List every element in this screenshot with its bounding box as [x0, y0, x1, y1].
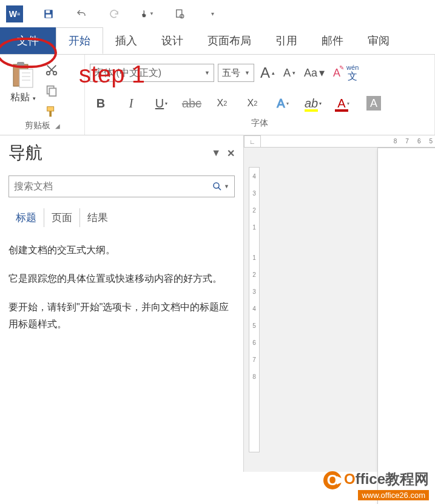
nav-tab-pages[interactable]: 页面	[44, 208, 80, 227]
phonetic-guide-button[interactable]: wén文	[346, 64, 359, 82]
nav-text-3: 要开始，请转到"开始"选项卡，并向文档中的标题应用标题样式。	[8, 299, 235, 334]
nav-dropdown-icon[interactable]: ▼	[211, 148, 221, 159]
format-painter-icon[interactable]	[45, 104, 58, 118]
svg-rect-15	[47, 107, 54, 111]
nav-close-icon[interactable]: ✕	[227, 148, 235, 159]
title-bar: W≡ ▼ ▾	[0, 0, 435, 27]
touch-mode-icon[interactable]: ▼	[140, 7, 154, 21]
font-name-combo[interactable]: 宋体 (中文正文)▼	[90, 64, 214, 82]
change-case-button[interactable]: Aa▾	[302, 65, 327, 81]
tab-home[interactable]: 开始	[56, 27, 103, 54]
svg-rect-1	[46, 10, 50, 13]
word-app-icon: W≡	[6, 5, 23, 22]
font-group-label: 字体	[251, 118, 268, 129]
document-page[interactable]	[377, 148, 435, 504]
customize-qat-icon[interactable]: ▾	[205, 7, 220, 21]
content-area: 导航 ▼ ✕ ▼ 标题 页面 结果 创建文档的交互式大纲。 它是跟踪您的具体位置…	[0, 135, 435, 472]
ribbon-body: 粘贴 ▾ 剪贴板 ◢ 宋体 (中文正文)▼ 五号▼ A▴ A▾ Aa▾ A✎	[0, 55, 435, 135]
subscript-button[interactable]: X2	[212, 98, 232, 109]
bold-button[interactable]: B	[91, 97, 110, 111]
tab-review[interactable]: 审阅	[356, 27, 402, 54]
svg-rect-16	[49, 111, 52, 117]
italic-button[interactable]: I	[121, 97, 141, 111]
tab-references[interactable]: 引用	[263, 27, 309, 54]
print-preview-icon[interactable]	[172, 7, 187, 21]
tab-file[interactable]: 文件	[0, 27, 56, 54]
paste-button[interactable]: 粘贴 ▾	[5, 58, 41, 118]
search-button[interactable]: ▼	[212, 181, 229, 192]
group-font: 宋体 (中文正文)▼ 五号▼ A▴ A▾ Aa▾ A✎ wén文 B I U▾ …	[85, 55, 435, 135]
clipboard-dialog-launcher-icon[interactable]: ◢	[55, 123, 60, 129]
nav-text-1: 创建文档的交互式大纲。	[8, 242, 235, 259]
svg-rect-3	[177, 10, 182, 17]
redo-icon[interactable]	[107, 7, 121, 21]
svg-rect-14	[49, 88, 56, 96]
highlight-button[interactable]: ab▾	[303, 97, 323, 111]
font-size-combo[interactable]: 五号▼	[218, 64, 254, 82]
nav-tab-results[interactable]: 结果	[80, 208, 115, 227]
text-effects-button[interactable]: A▾	[273, 97, 292, 111]
char-shading-button[interactable]: A	[364, 96, 383, 111]
tab-design[interactable]: 设计	[149, 27, 195, 54]
ruler-corner-icon[interactable]: ∟	[244, 135, 261, 148]
ribbon-tabs: 文件 开始 插入 设计 页面布局 引用 邮件 审阅	[0, 27, 435, 55]
group-clipboard: 粘贴 ▾ 剪贴板 ◢	[0, 55, 85, 135]
nav-text-2: 它是跟踪您的具体位置或快速移动内容的好方式。	[8, 270, 235, 288]
undo-icon[interactable]	[74, 7, 89, 21]
nav-body: 创建文档的交互式大纲。 它是跟踪您的具体位置或快速移动内容的好方式。 要开始，请…	[8, 242, 235, 333]
nav-tab-headings[interactable]: 标题	[8, 208, 44, 227]
ruler-vertical[interactable]: 4 3 2 1 1 2 3 4 5 6 7 8	[249, 167, 260, 452]
svg-rect-2	[46, 14, 52, 17]
svg-rect-7	[19, 69, 33, 87]
strikethrough-button[interactable]: abc	[182, 97, 201, 111]
clipboard-group-label: 剪贴板	[25, 120, 50, 131]
tab-insert[interactable]: 插入	[103, 27, 149, 54]
font-color-button[interactable]: A▾	[334, 97, 353, 111]
tab-mail[interactable]: 邮件	[309, 27, 356, 54]
superscript-button[interactable]: X2	[243, 98, 262, 109]
tab-layout[interactable]: 页面布局	[195, 27, 263, 54]
cut-icon[interactable]	[45, 63, 58, 77]
navigation-pane: 导航 ▼ ✕ ▼ 标题 页面 结果 创建文档的交互式大纲。 它是跟踪您的具体位置…	[0, 135, 244, 472]
save-icon[interactable]	[41, 7, 56, 21]
svg-line-18	[218, 188, 221, 191]
watermark-url: www.office26.com	[358, 490, 429, 500]
copy-icon[interactable]	[45, 84, 58, 97]
watermark: OOOffice教程网ffice教程网 www.office26.com	[323, 469, 429, 500]
svg-rect-6	[17, 62, 24, 67]
underline-button[interactable]: U▾	[152, 97, 171, 111]
ruler-horizontal[interactable]: 8 7 6 5	[261, 135, 435, 148]
grow-font-button[interactable]: A▴	[258, 63, 277, 83]
nav-tabs: 标题 页面 结果	[8, 208, 235, 227]
navigation-title: 导航	[8, 141, 42, 165]
shrink-font-button[interactable]: A▾	[281, 66, 298, 81]
clear-format-button[interactable]: A✎	[331, 66, 343, 81]
search-box[interactable]: ▼	[8, 175, 235, 197]
document-area: ∟ 8 7 6 5 4 3 2 1 1 2 3 4 5 6 7 8	[244, 135, 435, 472]
watermark-logo-icon: O	[323, 471, 342, 489]
search-input[interactable]	[14, 181, 212, 192]
